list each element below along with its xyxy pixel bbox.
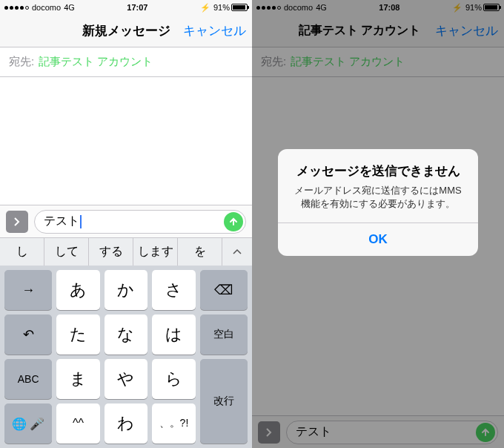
key-ra[interactable]: ら	[152, 359, 195, 399]
suggestion[interactable]: する	[89, 238, 133, 266]
key-na[interactable]: な	[105, 314, 147, 355]
nav-bar: 新規メッセージ キャンセル	[0, 15, 252, 47]
key-punct[interactable]: 、。?!	[152, 403, 195, 444]
carrier: docomo	[32, 3, 61, 12]
screen-error: docomo 4G 17:08 ⚡ 91% 記事テスト アカウント キャンセル …	[252, 0, 504, 448]
key-a[interactable]: あ	[56, 270, 99, 310]
key-undo[interactable]: ↶	[4, 314, 52, 355]
key-emoji[interactable]: ^^	[56, 403, 99, 444]
alert-message: メールアドレス宛に送信するにはMMS機能を有効にする必要があります。	[290, 184, 466, 211]
key-ya[interactable]: や	[105, 359, 147, 399]
message-body[interactable]	[0, 77, 252, 205]
send-button[interactable]	[224, 212, 243, 231]
key-wa[interactable]: わ	[105, 403, 147, 444]
status-bar: docomo 4G 17:07 ⚡ 91%	[0, 0, 252, 15]
input-text: テスト	[44, 214, 79, 229]
signal-dots	[4, 6, 29, 10]
input-row: テスト	[0, 205, 252, 237]
key-ta[interactable]: た	[56, 314, 99, 355]
caret	[80, 215, 82, 228]
suggestion[interactable]: を	[178, 238, 222, 266]
key-sa[interactable]: さ	[152, 270, 195, 310]
alert-ok-button[interactable]: OK	[278, 223, 478, 256]
time: 17:07	[75, 3, 200, 12]
network: 4G	[64, 3, 75, 12]
suggestion[interactable]: し	[0, 238, 44, 266]
keyboard: → あ か さ ⌫ ↶ た な は 空白 ABC ま や ら 改行 🌐 🎤 ^^…	[0, 266, 252, 448]
alert-dialog: メッセージを送信できません メールアドレス宛に送信するにはMMS機能を有効にする…	[278, 149, 478, 256]
screen-compose: docomo 4G 17:07 ⚡ 91% 新規メッセージ キャンセル 宛先: …	[0, 0, 252, 448]
key-delete[interactable]: ⌫	[200, 270, 248, 310]
alert-title: メッセージを送信できません	[290, 162, 466, 179]
suggestion-bar: し して する します を	[0, 237, 252, 266]
cancel-button[interactable]: キャンセル	[183, 22, 246, 39]
expand-button[interactable]	[6, 211, 28, 233]
to-field[interactable]: 宛先: 記事テスト アカウント	[0, 47, 252, 77]
key-globe-mic[interactable]: 🌐 🎤	[4, 403, 52, 444]
key-ha[interactable]: は	[152, 314, 195, 355]
key-return[interactable]: 改行	[200, 359, 248, 444]
suggestion-toggle[interactable]	[222, 248, 252, 256]
to-value: 記事テスト アカウント	[39, 55, 153, 69]
key-arrow[interactable]: →	[4, 270, 52, 310]
battery: 91%	[213, 3, 248, 12]
message-input[interactable]: テスト	[34, 210, 246, 234]
key-ka[interactable]: か	[105, 270, 147, 310]
suggestion[interactable]: します	[133, 238, 178, 266]
key-abc[interactable]: ABC	[4, 359, 52, 399]
to-label: 宛先:	[9, 55, 34, 69]
bluetooth-icon: ⚡	[200, 3, 210, 13]
key-space[interactable]: 空白	[200, 314, 248, 355]
suggestion[interactable]: して	[44, 238, 89, 266]
key-ma[interactable]: ま	[56, 359, 99, 399]
